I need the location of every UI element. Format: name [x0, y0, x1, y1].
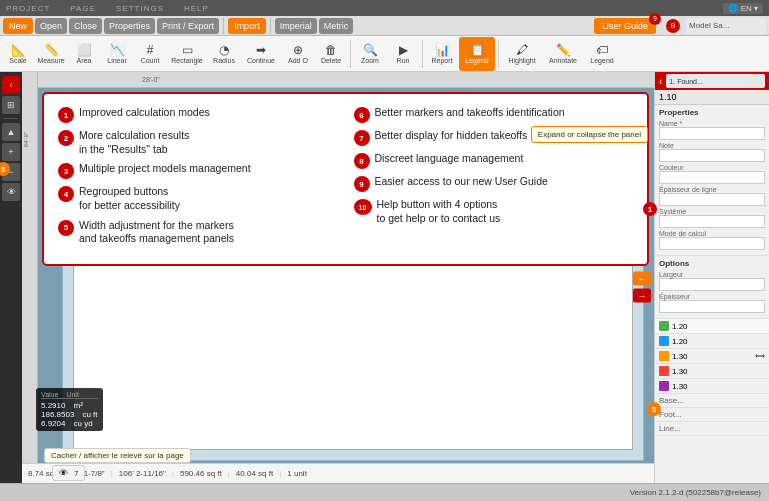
- couleur-field: Couleur: [659, 164, 765, 184]
- list-item-foot: Foot...: [655, 408, 769, 422]
- epaisseur-field: Épaisseur: [659, 293, 765, 313]
- sidebar-btn-plus[interactable]: +: [2, 143, 20, 161]
- ruler-horizontal: 28'-0": [22, 72, 654, 88]
- feature-item-5: 5 Width adjustment for the markersand ta…: [58, 219, 338, 246]
- bottom-info-bar: 8.74 sq² | 26' 1-7/8" | 106' 2-11/16" | …: [22, 463, 654, 483]
- options-section: Options Largeur Épaisseur: [655, 256, 769, 319]
- new-button[interactable]: New: [3, 18, 33, 34]
- feature-item-1: 1 Improved calculation modes: [58, 106, 338, 123]
- imperial-button[interactable]: Imperial: [275, 18, 317, 34]
- hide-takeoff-button[interactable]: 👁: [59, 468, 68, 478]
- feature-item-2: 2 More calculation resultsin the "Result…: [58, 129, 338, 156]
- epaisseur-ligne-field: Épaisseur de ligne: [659, 186, 765, 206]
- close-button[interactable]: Close: [69, 18, 102, 34]
- settings-label: SETTINGS: [116, 4, 164, 13]
- feature-item-4: 4 Regrouped buttonsfor better accessibil…: [58, 185, 338, 212]
- sidebar-btn-eye[interactable]: 👁: [2, 183, 20, 201]
- continue-tool[interactable]: ➡ Continue: [241, 37, 281, 71]
- list-item-3[interactable]: 1.30 ⟺: [655, 349, 769, 364]
- open-button[interactable]: Open: [35, 18, 67, 34]
- import-button[interactable]: Import: [228, 18, 266, 34]
- en-button[interactable]: 🌐 EN ▾: [723, 3, 763, 14]
- hide-tooltip: Cacher / afficher le relevé sur la page: [44, 448, 191, 463]
- ruler-vertical: 64'-9": [22, 72, 38, 501]
- largeur-field: Largeur: [659, 271, 765, 291]
- delete-tool[interactable]: 🗑 Delete: [315, 37, 347, 71]
- name-field: Name *: [659, 120, 765, 140]
- measure-tool[interactable]: 📏 Measure: [35, 37, 67, 71]
- user-guide-badge: 9: [649, 13, 661, 25]
- report-tool[interactable]: 📊 Report: [426, 37, 458, 71]
- radius-tool[interactable]: ◔ Radius: [208, 37, 240, 71]
- arrow-left-btn[interactable]: ←: [633, 271, 651, 285]
- measurement-panel: Value Unit 5.2910m² 186.8503cu ft 6.9204…: [36, 388, 103, 431]
- feature-item-9: 9 Easier access to our new User Guide: [354, 175, 634, 192]
- right-panel: ‹ 1. Found... 1.10 Properties Name * Not…: [654, 72, 769, 501]
- zoom-tool[interactable]: 🔍 Zoom: [354, 37, 386, 71]
- list-item-2[interactable]: 1.20: [655, 334, 769, 349]
- mode-calcul-field: Mode de calcul: [659, 230, 765, 250]
- list-item-line: Line...: [655, 422, 769, 436]
- expand-tooltip: Expand or collapse the panel: [531, 126, 648, 143]
- annotate-tool[interactable]: ✏️ Annotate: [543, 37, 583, 71]
- legend-tool[interactable]: 📋 Legend: [459, 37, 495, 71]
- arrow-right-btn[interactable]: →: [633, 288, 651, 302]
- right-panel-header: ‹ 1. Found...: [655, 72, 769, 90]
- page-label: PAGE: [70, 4, 96, 13]
- bottom-canvas-bar: 👁 7: [52, 465, 85, 481]
- feature-item-3: 3 Multiple project models management: [58, 162, 338, 179]
- properties-button[interactable]: Properties: [104, 18, 155, 34]
- panel-back-btn[interactable]: ‹: [659, 76, 662, 87]
- sidebar-btn-1[interactable]: ‹: [2, 76, 20, 94]
- right-panel-list: 1.20 1.20 1.30 ⟺ 1.30 1.30 Base... Foot.…: [655, 319, 769, 501]
- sidebar-btn-2[interactable]: ⊞: [2, 96, 20, 114]
- note-field: Note: [659, 142, 765, 162]
- project-label: PROJECT: [6, 4, 50, 13]
- user-guide-button[interactable]: User Guide 9: [594, 18, 656, 34]
- linear-tool[interactable]: 📉 Linear: [101, 37, 133, 71]
- help-badge: 8: [666, 19, 680, 33]
- model-label: Model Sa...: [689, 21, 729, 30]
- feature-item-10: 10 Help button with 4 optionsto get help…: [354, 198, 634, 225]
- print-export-button[interactable]: Print / Export: [157, 18, 219, 34]
- scale-tool[interactable]: 📐 Scale: [2, 37, 34, 71]
- systeme-field: Système: [659, 208, 765, 228]
- version-bar: Version 2.1.2-d (502258b7@release): [0, 483, 769, 501]
- count-tool[interactable]: # Count: [134, 37, 166, 71]
- list-item-4[interactable]: 1.30: [655, 364, 769, 379]
- list-item-1[interactable]: 1.20: [655, 319, 769, 334]
- list-item-5[interactable]: 1.30: [655, 379, 769, 394]
- add-o-tool[interactable]: ⊕ Add O: [282, 37, 314, 71]
- help-label: HELP: [184, 4, 209, 13]
- feature-panel: 1 Improved calculation modes 2 More calc…: [42, 92, 649, 266]
- properties-section: Properties Name * Note Couleur Épaisseur…: [655, 105, 769, 256]
- feature-item-8: 8 Discreet language management: [354, 152, 634, 169]
- run-tool[interactable]: ▶ Run: [387, 37, 419, 71]
- resize-arrows: ← →: [633, 271, 651, 302]
- highlight-tool[interactable]: 🖍 Highlight: [502, 37, 542, 71]
- rectangle-tool[interactable]: ▭ Rectangle: [167, 37, 207, 71]
- value-display: 1.10: [655, 90, 769, 105]
- list-item-base: Base...: [655, 394, 769, 408]
- feature-item-6: 6 Better markers and takeoffs identifica…: [354, 106, 634, 123]
- legend2-tool[interactable]: 🏷 Legend: [584, 37, 620, 71]
- sidebar-btn-up[interactable]: ▲: [2, 123, 20, 141]
- area-tool[interactable]: ⬜ Area: [68, 37, 100, 71]
- metric-button[interactable]: Metric: [319, 18, 354, 34]
